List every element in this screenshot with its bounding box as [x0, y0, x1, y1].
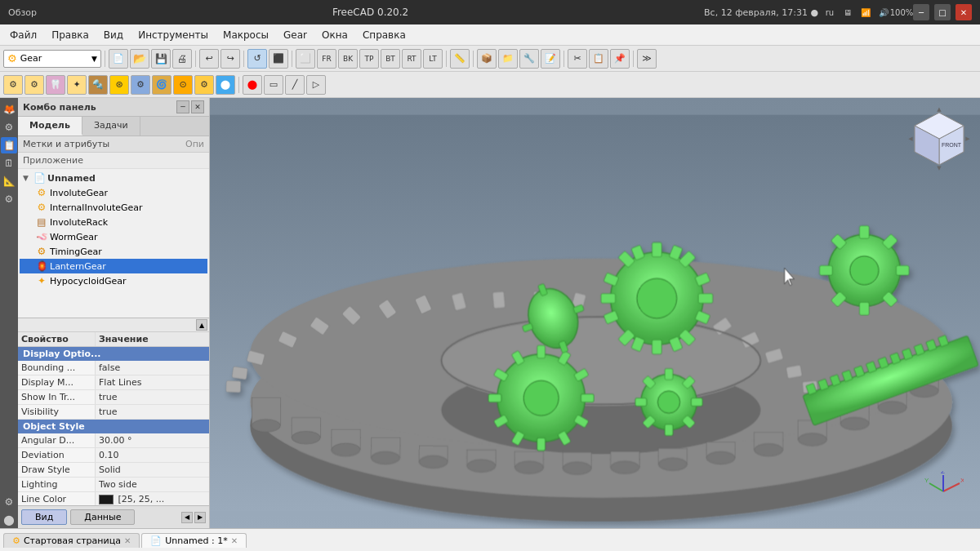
tree-item-involuteRack[interactable]: ▤ InvoluteRack — [20, 215, 207, 229]
prop-val-showintree[interactable]: true — [96, 390, 209, 404]
redo-button[interactable]: ↪ — [220, 49, 240, 69]
view-right-button[interactable]: RT — [402, 49, 421, 69]
menu-item-правка[interactable]: Правка — [45, 28, 96, 42]
wb-btn-7[interactable]: ⚙ — [131, 75, 150, 95]
side-icon-1[interactable]: 🦊 — [1, 101, 17, 118]
line-color-swatch[interactable] — [99, 495, 114, 504]
print-button[interactable]: 🖨 — [172, 49, 192, 69]
view-bottom-button[interactable]: BT — [381, 49, 400, 69]
paste-button[interactable]: 📌 — [610, 49, 630, 69]
menu-item-gear[interactable]: Gear — [277, 28, 314, 42]
unnamed-close[interactable]: ✕ — [231, 536, 238, 545]
nav-cube[interactable]: FRONT ▲ ▼ ◀ ▶ — [906, 106, 972, 171]
wb-btn-4[interactable]: ✦ — [67, 75, 87, 95]
prop-val-angulard[interactable]: 30.00 ° — [96, 433, 209, 447]
props-scroll-up[interactable]: ▲ — [196, 319, 207, 331]
prop-val-linecolor[interactable]: [25, 25, ... — [96, 492, 209, 505]
prop-val-drawstyle[interactable]: Solid — [96, 463, 209, 477]
toolbar-separator-8 — [633, 51, 634, 67]
wb-btn-9[interactable]: ⊙ — [173, 75, 193, 95]
sidebar-scroll-right[interactable]: ▶ — [194, 512, 206, 523]
sidebar-scroll-left[interactable]: ◀ — [181, 512, 193, 523]
view-front-button[interactable]: FR — [317, 49, 336, 69]
svg-text:Z: Z — [941, 471, 945, 475]
workbench-selector[interactable]: ⚙ Gear ▼ — [3, 50, 101, 68]
tab-startpage[interactable]: ⚙ Стартовая страница ✕ — [3, 533, 140, 548]
wb-btn-10[interactable]: ⚙ — [194, 75, 214, 95]
tree-item-hypocycloidGear[interactable]: ✦ HypocycloidGear — [20, 273, 207, 288]
menu-item-инструменты[interactable]: Инструменты — [131, 28, 215, 42]
macro-btn1[interactable]: 📦 — [477, 49, 497, 69]
data-tab-btn[interactable]: Данные — [70, 509, 135, 525]
menu-item-вид[interactable]: Вид — [97, 28, 130, 42]
draw-line-btn[interactable]: ╱ — [285, 75, 305, 95]
tree-item-timingGear[interactable]: ⚙ TimingGear — [20, 244, 207, 259]
wb-btn-11[interactable]: ⬤ — [216, 75, 235, 95]
close-button[interactable]: ✕ — [956, 4, 972, 20]
draw-poly-btn[interactable]: ▷ — [306, 75, 326, 95]
draw-rect-btn[interactable]: ▭ — [264, 75, 283, 95]
menu-item-макросы[interactable]: Макросы — [216, 28, 275, 42]
view-tab-btn[interactable]: Вид — [21, 509, 67, 525]
copy-button[interactable]: 📋 — [589, 49, 608, 69]
view-top-button[interactable]: TP — [359, 49, 379, 69]
combo-panel: Комбо панель ─ ✕ Модель Задачи — [18, 98, 209, 136]
minimize-button[interactable]: ─ — [913, 4, 929, 20]
cut-button[interactable]: ✂ — [568, 49, 587, 69]
view-standard-button[interactable]: ⬜ — [296, 49, 315, 69]
prop-val-bounding[interactable]: false — [96, 361, 209, 375]
tree-view: ▼ 📄 Unnamed ⚙ InvoluteGear ⚙ InternalInv… — [18, 169, 209, 290]
macro-btn3[interactable]: 🔧 — [519, 49, 539, 69]
tree-item-wormGear[interactable]: 🪱 WormGear — [20, 229, 207, 244]
tree-item-involuteGear[interactable]: ⚙ InvoluteGear — [20, 185, 207, 200]
maximize-button[interactable]: □ — [934, 4, 951, 20]
svg-point-48 — [840, 417, 869, 430]
tab-unnamed[interactable]: 📄 Unnamed : 1* ✕ — [141, 533, 247, 548]
side-icon-6[interactable]: ⚙ — [1, 191, 17, 207]
tab-model[interactable]: Модель — [18, 117, 82, 136]
tree-root[interactable]: ▼ 📄 Unnamed — [20, 171, 207, 185]
prop-val-visibility[interactable]: true — [96, 405, 209, 419]
svg-rect-146 — [488, 394, 501, 402]
menu-item-окна[interactable]: Окна — [315, 28, 354, 42]
undo-button[interactable]: ↩ — [199, 49, 219, 69]
stop-button[interactable]: ⬛ — [269, 49, 288, 69]
side-icon-3[interactable]: 📋 — [1, 137, 17, 153]
open-file-button[interactable]: 📂 — [130, 49, 149, 69]
side-icon-4[interactable]: 🗓 — [1, 155, 17, 171]
wb-btn-5[interactable]: 🔩 — [88, 75, 108, 95]
wb-btn-6[interactable]: ⊛ — [109, 75, 129, 95]
measure-button[interactable]: 📏 — [450, 49, 470, 69]
save-button[interactable]: 💾 — [151, 49, 171, 69]
side-icon-7[interactable]: ⚙ — [1, 494, 17, 510]
wb-btn-3[interactable]: 🦷 — [46, 75, 65, 95]
macro-btn4[interactable]: 📝 — [541, 49, 560, 69]
macro-btn2[interactable]: 📁 — [498, 49, 518, 69]
tree-item-internalInvoluteGear[interactable]: ⚙ InternalInvoluteGear — [20, 200, 207, 215]
side-icon-8[interactable]: ⬤ — [1, 512, 17, 528]
refresh-button[interactable]: ↺ — [247, 49, 267, 69]
more-button[interactable]: ≫ — [637, 49, 657, 69]
new-file-button[interactable]: 📄 — [109, 49, 128, 69]
prop-val-lighting[interactable]: Two side — [96, 478, 209, 491]
viewport[interactable]: FRONT ▲ ▼ ◀ ▶ X Y Z — [210, 98, 980, 528]
startpage-close[interactable]: ✕ — [124, 536, 131, 545]
internalInvoluteGear-icon: ⚙ — [36, 202, 47, 213]
tab-tasks[interactable]: Задачи — [82, 117, 140, 136]
tree-item-lanternGear[interactable]: 🏮 LanternGear — [20, 259, 207, 273]
prop-val-displaymode[interactable]: Flat Lines — [96, 375, 209, 389]
menu-item-справка[interactable]: Справка — [356, 28, 412, 42]
side-icon-5[interactable]: 📐 — [1, 173, 17, 189]
menu-item-файл[interactable]: Файл — [3, 28, 43, 42]
view-back-button[interactable]: BK — [338, 49, 358, 69]
draw-circle-btn[interactable]: ⬤ — [243, 75, 262, 95]
combo-tabs: Модель Задачи — [18, 117, 209, 136]
wb-btn-1[interactable]: ⚙ — [3, 75, 23, 95]
view-left-button[interactable]: LT — [423, 49, 443, 69]
wb-btn-2[interactable]: ⚙ — [24, 75, 44, 95]
combo-close-btn[interactable]: ✕ — [191, 100, 204, 113]
side-icon-2[interactable]: ⚙ — [1, 119, 17, 136]
wb-btn-8[interactable]: 🌀 — [152, 75, 172, 95]
combo-minimize-btn[interactable]: ─ — [176, 100, 189, 113]
prop-val-deviation[interactable]: 0.10 — [96, 448, 209, 462]
